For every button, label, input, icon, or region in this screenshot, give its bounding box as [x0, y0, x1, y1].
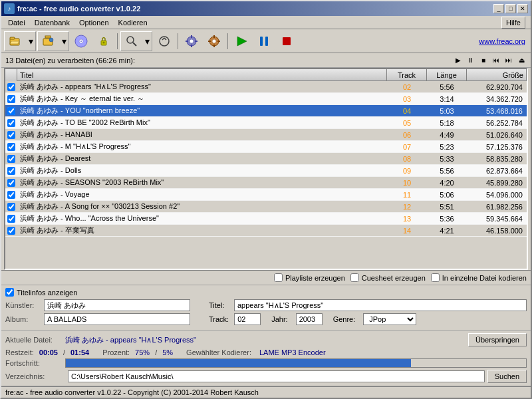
minimize-button[interactable]: _ [493, 4, 504, 13]
search-dropdown[interactable]: ▾ [142, 32, 152, 51]
th-title[interactable]: Titel [17, 69, 387, 80]
table-row[interactable]: 浜崎 あゆみ - Dearest 08 5:33 58.835.280 [5, 153, 527, 165]
row-checkbox[interactable] [5, 203, 17, 211]
row-laenge: 4:21 [427, 227, 467, 235]
jahr-label: Jahr: [271, 315, 287, 323]
menu-datenbank[interactable]: Datenbank [31, 17, 74, 28]
menu-optionen[interactable]: Optionen [75, 17, 113, 28]
row-checkbox[interactable] [5, 215, 17, 223]
th-groesse[interactable]: Größe [467, 69, 527, 80]
transport-stop[interactable]: ■ [478, 55, 489, 66]
svg-rect-22 [213, 45, 215, 47]
einzeln-checkbox[interactable] [431, 273, 440, 282]
svg-rect-15 [191, 35, 192, 38]
playlist-checkbox-label[interactable]: Playliste erzeugen [274, 273, 345, 282]
play-button[interactable] [231, 32, 252, 51]
stop-button[interactable] [276, 32, 297, 51]
format-button[interactable] [203, 32, 225, 51]
table-row[interactable]: 浜崎 あゆみ - Dolls 09 5:56 62.873.664 [5, 165, 527, 177]
help-button[interactable]: Hilfe [501, 17, 525, 29]
row-laenge: 5:56 [427, 83, 467, 91]
table-row[interactable]: 浜崎 あゆみ - A Song for ×× "030213 Session #… [5, 201, 527, 213]
skip-button[interactable]: Überspringen [468, 333, 527, 346]
transport-eject[interactable]: ⏏ [516, 55, 527, 66]
th-laenge[interactable]: Länge [427, 69, 467, 80]
window-title: fre:ac - free audio converter v1.0.22 [17, 5, 140, 13]
lock-button[interactable] [93, 32, 114, 51]
table-row[interactable]: 浜崎 あゆみ - Who... "Across the Universe" 13… [5, 213, 527, 225]
pause-button[interactable] [253, 32, 275, 51]
table-row[interactable]: 浜崎 あゆみ - HANABI 06 4:49 51.026.640 [5, 129, 527, 141]
row-checkbox[interactable] [5, 131, 17, 139]
row-checkbox[interactable] [5, 95, 17, 103]
svg-point-7 [80, 41, 82, 42]
svg-point-9 [103, 41, 105, 43]
titel-field[interactable] [234, 299, 527, 311]
table-row[interactable]: 浜崎 あゆみ - 卒業写真 14 4:21 46.158.000 [5, 225, 527, 237]
row-checkbox[interactable] [5, 155, 17, 163]
row-title: 浜崎 あゆみ - HANABI [17, 130, 387, 140]
row-groesse: 53.468.016 [467, 107, 527, 115]
open-dropdown[interactable]: ▾ [26, 32, 35, 51]
kuenstler-field[interactable] [44, 299, 190, 311]
row-laenge: 3:14 [427, 95, 467, 103]
table-row[interactable]: 浜崎 あゆみ - TO BE "2002 ReBirth Mix" 05 5:1… [5, 117, 527, 129]
row-checkbox[interactable] [5, 227, 17, 235]
save-button[interactable] [38, 32, 59, 51]
row-checkbox[interactable] [5, 167, 17, 175]
th-track[interactable]: Track [387, 69, 427, 80]
restore-button[interactable]: □ [505, 4, 516, 13]
search-button[interactable] [121, 32, 142, 51]
row-checkbox[interactable] [5, 83, 17, 91]
transport-prev[interactable]: ⏮ [491, 55, 501, 66]
einzeln-checkbox-label[interactable]: In einzelne Datei kodieren [431, 273, 527, 282]
cuesheet-checkbox-label[interactable]: Cuesheet erzeugen [350, 273, 426, 282]
table-row[interactable]: 浜崎 あゆみ - SEASONS "2003 ReBirth Mix" 10 4… [5, 177, 527, 189]
row-groesse: 46.158.000 [467, 227, 527, 235]
cd-button[interactable] [70, 32, 92, 51]
cuesheet-checkbox[interactable] [350, 273, 359, 282]
title-info-checkbox[interactable] [5, 288, 14, 297]
row-title: 浜崎 あゆみ - M "H∧L'S Progress" [17, 142, 387, 152]
close-button[interactable]: ✕ [517, 4, 528, 13]
toolbar: ▾ ▾ ▾ [1, 29, 531, 53]
jahr-field[interactable] [296, 313, 323, 325]
settings-button[interactable] [181, 32, 202, 51]
restzeit-value: 00:05 [39, 348, 58, 356]
row-checkbox[interactable] [5, 179, 17, 187]
verzeichnis-field[interactable] [68, 370, 485, 382]
freac-link[interactable]: www.freac.org [479, 37, 528, 45]
suchen-button[interactable]: Suchen [487, 370, 527, 383]
titel-label: Titel: [209, 301, 229, 309]
transport-pause[interactable]: ⏸ [466, 55, 476, 66]
save-dropdown[interactable]: ▾ [59, 32, 68, 51]
playlist-checkbox[interactable] [274, 273, 283, 282]
info-row-2: Album: Track: Jahr: Genre: JPop Pop Rock [5, 313, 527, 325]
menu-kodieren[interactable]: Kodieren [114, 17, 152, 28]
transport-next[interactable]: ⏭ [503, 55, 514, 66]
table-row[interactable]: 浜崎 あゆみ - YOU "northern breeze" 04 5:03 5… [5, 105, 527, 117]
table-row[interactable]: 浜崎 あゆみ - Key ～ eternal tie ver. ～ 03 3:1… [5, 93, 527, 105]
open-button[interactable] [5, 32, 26, 51]
row-checkbox[interactable] [5, 119, 17, 127]
bottom-section: Playliste erzeugen Cuesheet erzeugen In … [1, 270, 531, 386]
row-checkbox[interactable] [5, 143, 17, 151]
row-checkbox[interactable] [5, 107, 17, 115]
transport-play[interactable]: ▶ [453, 55, 464, 66]
track-field[interactable] [234, 313, 261, 325]
menu-datei[interactable]: Datei [4, 17, 29, 28]
current-file-value: 浜崎 あゆみ - appears "H∧L'S Progress" [65, 335, 468, 345]
row-title: 浜崎 あゆみ - Dolls [17, 166, 387, 176]
open-group: ▾ [4, 31, 36, 51]
row-track: 05 [387, 119, 427, 127]
row-laenge: 4:20 [427, 179, 467, 187]
table-row[interactable]: 浜崎 あゆみ - Voyage 11 5:06 54.096.000 [5, 189, 527, 201]
table-row[interactable]: 浜崎 あゆみ - appears "H∧L'S Progress" 02 5:5… [5, 81, 527, 93]
refresh-button[interactable] [154, 32, 175, 51]
svg-rect-27 [265, 37, 268, 46]
row-checkbox[interactable] [5, 191, 17, 199]
prozent-value: 75% [135, 348, 150, 356]
table-row[interactable]: 浜崎 あゆみ - M "H∧L'S Progress" 07 5:23 57.1… [5, 141, 527, 153]
album-field[interactable] [44, 313, 190, 325]
genre-select[interactable]: JPop Pop Rock [363, 313, 416, 325]
